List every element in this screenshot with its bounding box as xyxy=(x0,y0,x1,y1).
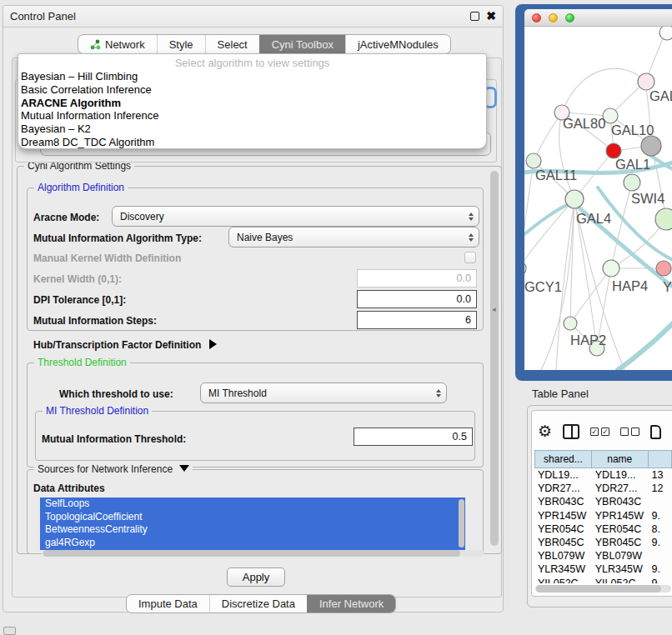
export-table-icon[interactable] xyxy=(650,425,661,439)
node-label: Y xyxy=(663,279,672,294)
settings-scrollbar[interactable] xyxy=(490,171,499,546)
algorithm-option[interactable]: Mutual Information Inference xyxy=(18,109,486,122)
network-node-gal[interactable] xyxy=(638,73,654,90)
manual-kernel-checkbox[interactable] xyxy=(464,252,476,263)
attribute-item[interactable]: BetweennessCentrality xyxy=(40,523,465,537)
columns-icon[interactable] xyxy=(563,424,579,439)
table-row[interactable]: YER054CYER054C8. xyxy=(534,522,672,536)
mi-threshold-field[interactable]: 0.5 xyxy=(354,428,473,446)
dpi-tolerance-field[interactable]: 0.0 xyxy=(357,290,477,308)
table-panel-title: Table Panel xyxy=(532,388,589,400)
network-node-swi4[interactable] xyxy=(624,174,640,191)
mi-steps-value: 6 xyxy=(465,314,471,326)
close-icon[interactable]: ✖ xyxy=(486,12,496,21)
cyni-toolbox-bottom-tabs: Impute DataDiscretize DataInfer Network xyxy=(126,594,396,613)
attribute-item[interactable]: SelfLoops xyxy=(40,498,465,511)
data-attributes-label: Data Attributes xyxy=(33,482,105,494)
mi-threshold-value: 0.5 xyxy=(453,431,467,442)
network-edge[interactable] xyxy=(562,68,645,112)
algorithm-option[interactable]: Bayesian – Hill Climbing xyxy=(18,70,486,83)
tab-style[interactable]: Style xyxy=(157,35,205,53)
control-panel-titlebar: Control Panel ✖ xyxy=(3,6,503,28)
select-all-icon[interactable]: ✓ ✓ xyxy=(590,428,609,436)
zoom-window-icon[interactable] xyxy=(565,13,574,22)
node-label: GAL xyxy=(649,88,672,103)
column-header[interactable]: name xyxy=(592,450,649,468)
table-row[interactable]: YBL079WYBL079W xyxy=(534,549,672,562)
table-row[interactable]: YLR345WYLR345W9. xyxy=(534,562,672,576)
attributes-hscroll-track[interactable] xyxy=(42,550,484,557)
table-toolbar: ⚙ ✓ ✓ xyxy=(538,419,672,444)
algorithm-option[interactable]: Dream8 DC_TDC Algorithm xyxy=(18,136,486,149)
table-row[interactable]: YBR045CYBR045C9. xyxy=(534,536,672,549)
tab-cyni-toolbox[interactable]: Cyni Toolbox xyxy=(259,35,345,53)
data-attributes-list[interactable]: SelfLoopsTopologicalCoefficientBetweenne… xyxy=(40,498,465,550)
attribute-item[interactable]: gal4RGexp xyxy=(40,537,465,550)
attributes-list-scrollbar[interactable] xyxy=(459,499,464,548)
table-cell: 12 xyxy=(649,482,672,494)
network-node-hap2[interactable] xyxy=(564,317,577,330)
mi-threshold-group-title: MI Threshold Definition xyxy=(43,405,152,417)
mi-type-combobox[interactable]: Naive Bayes xyxy=(228,227,479,248)
network-edge[interactable] xyxy=(524,161,534,268)
network-node-gcy1[interactable] xyxy=(524,261,526,276)
network-node-gal4[interactable] xyxy=(565,190,584,208)
tab-discretize-data[interactable]: Discretize Data xyxy=(209,595,307,612)
network-node[interactable] xyxy=(655,208,672,230)
table-row[interactable]: YPR145WYPR145W9. xyxy=(534,509,672,522)
mi-steps-field[interactable]: 6 xyxy=(357,311,477,329)
which-threshold-combobox[interactable]: MI Threshold xyxy=(200,382,447,403)
algorithm-dropdown-list: Select algorithm to view settings Bayesi… xyxy=(18,53,487,149)
column-header[interactable]: shared... xyxy=(534,450,592,468)
apply-button[interactable]: Apply xyxy=(227,568,285,587)
network-node-gal11[interactable] xyxy=(526,153,541,168)
node-attribute-table[interactable]: shared...name YDL19...YDL19...13YDR27...… xyxy=(534,450,672,583)
table-cell: 8. xyxy=(649,523,672,535)
tab-select[interactable]: Select xyxy=(205,35,259,53)
table-row[interactable]: YDR27...YDR27...12 xyxy=(534,482,672,495)
hub-definition-toggle[interactable]: Hub/Transcription Factor Definition xyxy=(33,339,217,351)
network-edge-highlighted[interactable] xyxy=(618,323,672,370)
algorithm-option[interactable]: Basic Correlation Inference xyxy=(18,83,486,97)
table-row[interactable]: YDL19...YDL19...13 xyxy=(534,468,672,482)
close-window-icon[interactable] xyxy=(532,13,541,22)
tab-jactivemnodules[interactable]: jActiveMNodules xyxy=(345,35,450,53)
table-hscroll-track[interactable] xyxy=(535,585,671,592)
minimize-window-icon[interactable] xyxy=(549,13,558,22)
table-header-row: shared...name xyxy=(534,450,672,468)
network-window-titlebar[interactable] xyxy=(524,9,672,27)
table-row[interactable]: YIL052CYIL052C9 xyxy=(534,577,672,584)
kernel-width-field[interactable]: 0.0 xyxy=(357,269,477,288)
deselect-all-icon[interactable] xyxy=(620,428,639,436)
tab-network[interactable]: Network xyxy=(78,35,157,53)
attributes-hscroll-thumb[interactable] xyxy=(43,550,460,557)
collapsed-panel-grip[interactable] xyxy=(3,627,16,635)
table-cell: 13 xyxy=(649,469,672,481)
network-edge-highlighted[interactable] xyxy=(524,202,573,238)
network-canvas[interactable]: GALGAL80GAL10GAL1GAL11SWI4GAL4GCY1HAP4YH… xyxy=(524,27,672,370)
tab-impute-data[interactable]: Impute Data xyxy=(127,595,209,612)
table-cell: YBR043C xyxy=(534,496,592,508)
node-label: GAL10 xyxy=(611,122,654,138)
network-edge[interactable] xyxy=(570,199,574,323)
network-node-hap4[interactable] xyxy=(603,260,619,277)
network-node-y[interactable] xyxy=(656,261,671,276)
tab-label: Cyni Toolbox xyxy=(272,38,333,51)
sources-group-title[interactable]: Sources for Network Inference xyxy=(34,463,193,475)
algorithm-option[interactable]: Bayesian – K2 xyxy=(18,122,486,136)
dpi-tolerance-value: 0.0 xyxy=(457,293,471,305)
table-hscroll-thumb[interactable] xyxy=(536,585,661,592)
attribute-item[interactable]: TopologicalCoefficient xyxy=(40,511,465,524)
table-cell: YER054C xyxy=(592,523,649,535)
aracne-mode-combobox[interactable]: Discovery xyxy=(112,206,479,227)
tab-infer-network[interactable]: Infer Network xyxy=(307,595,395,612)
network-node[interactable] xyxy=(641,136,661,156)
algorithm-option[interactable]: ARACNE Algorithm xyxy=(18,97,486,110)
network-edge[interactable] xyxy=(534,112,562,161)
network-node[interactable] xyxy=(659,27,672,40)
float-panel-icon[interactable] xyxy=(470,12,479,21)
splitter-collapse-icon[interactable]: ◂ xyxy=(492,305,496,313)
gear-icon[interactable]: ⚙ xyxy=(538,423,552,440)
column-header[interactable] xyxy=(649,450,672,468)
table-row[interactable]: YBR043CYBR043C xyxy=(534,495,672,508)
